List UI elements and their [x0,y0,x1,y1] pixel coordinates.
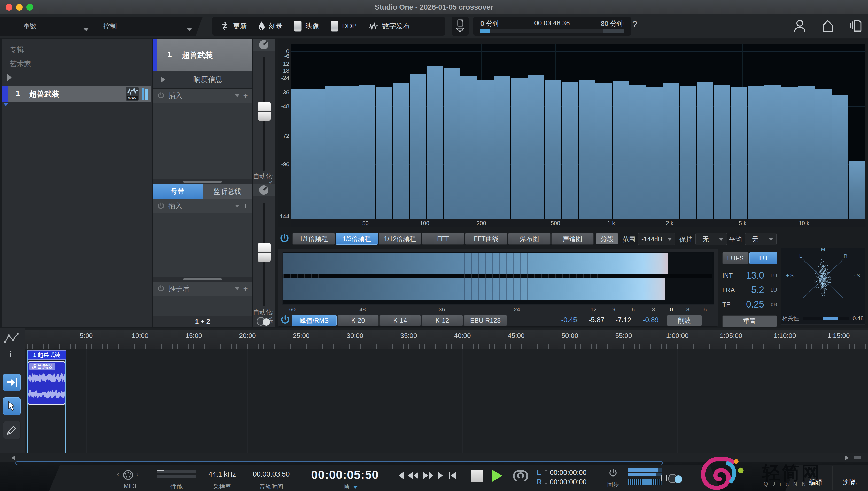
track-time-label: 音轨时间 [245,483,297,491]
fast-forward-button[interactable] [423,471,434,480]
sync-label[interactable]: 同步 [604,481,622,489]
meter-mode-button[interactable]: K-20 [337,315,379,326]
info-tool-icon[interactable]: i [9,349,11,359]
track-list-row[interactable]: 1 超兽武装 WAV [2,86,151,102]
channel-link-toggle[interactable] [257,317,270,327]
lufs-button[interactable]: LUFS [722,252,749,264]
panel-resize-handle[interactable] [153,179,252,184]
average-dropdown[interactable]: 无 [745,233,777,245]
next-marker-button[interactable] [438,471,444,480]
panel-resize-handle[interactable] [153,277,252,282]
pan-knob-icon[interactable] [258,184,269,195]
track-expand-icon[interactable] [3,103,8,106]
range-dropdown[interactable]: -144dB [638,233,675,245]
meter-mode-button[interactable]: 峰值/RMS [292,315,337,326]
timeline-label: 35:00 [400,332,417,340]
channel-header[interactable]: 1 超兽武装 [153,39,252,71]
tab-listen-bus[interactable]: 监听总线 [203,184,252,199]
album-label[interactable]: 专辑 [9,45,24,55]
browse-page-button[interactable]: 浏览 [837,478,863,487]
volume-fader-handle[interactable] [258,102,271,121]
main-time-display[interactable]: 00:00:05:50 [297,468,393,482]
rewind-button[interactable] [408,471,419,480]
dropdown-icon[interactable] [235,287,239,290]
loop-button[interactable] [512,469,529,483]
ddp-button[interactable]: DDP [331,17,357,36]
power-icon[interactable] [157,285,165,292]
reset-button[interactable]: 重置 [722,315,777,327]
segment-button[interactable]: 分段 [596,233,619,244]
loudness-info-row[interactable]: 响度信息 [153,71,252,89]
add-insert-icon[interactable]: + [243,284,248,294]
post-fader-header[interactable]: 推子后 + [153,282,252,296]
meter-mode-button[interactable]: K-12 [422,315,463,326]
pencil-tool-button[interactable] [3,421,21,439]
image-button[interactable]: 映像 [294,17,319,36]
spectrum-mode-button[interactable]: 声谱图 [551,233,594,245]
spectrum-mode-button[interactable]: 瀑布图 [508,233,550,245]
stat-unit: LU [764,287,777,293]
parameters-dropdown[interactable]: 参数 [23,17,89,36]
inserts-section-header[interactable]: 插入 + [153,89,252,103]
control-dropdown[interactable]: 控制 [103,17,192,36]
arrange-grid-line [140,349,140,453]
burn-button[interactable]: 刻录 [258,17,282,36]
burn-settings-button[interactable] [452,17,469,36]
automation-curve-icon[interactable] [4,332,19,344]
spectrum-plot[interactable] [291,44,865,219]
edit-page-button[interactable]: 编辑 [803,478,829,487]
pointer-tool-button[interactable] [3,398,21,415]
main-toolbar: 参数 控制 更新 刻录 映像 DDP 数字发布 [0,15,868,38]
tab-master[interactable]: 母带 [153,184,203,199]
clip-button[interactable]: 削波 [667,315,702,326]
prev-marker-button[interactable] [398,471,404,480]
meter-mode-button[interactable]: EBU R128 [464,315,507,326]
play-button[interactable] [491,469,503,482]
tab-master-label: 母带 [171,187,185,196]
spectrum-mode-button[interactable]: 1/12倍频程 [379,233,421,245]
spectrum-power-icon[interactable] [279,234,289,243]
dropdown-icon[interactable] [235,94,239,97]
meter-mode-button[interactable]: K-14 [380,315,421,326]
sync-power-icon[interactable] [609,469,618,478]
add-insert-icon[interactable]: + [243,91,248,100]
update-button[interactable]: 更新 [220,17,247,36]
loop-start-time[interactable]: 00:00:00:00 [550,469,587,477]
time-format-label[interactable]: 帧 [343,483,358,491]
pencil-icon [7,425,17,435]
help-button[interactable]: ? [632,19,637,29]
power-icon[interactable] [157,92,165,99]
dropdown-icon[interactable] [235,205,239,207]
spectrum-mode-button[interactable]: FFT曲线 [465,233,507,245]
timeline-ruler[interactable]: 5:0010:0015:0020:0025:0030:0035:0040:004… [25,330,868,349]
trim-tool-button[interactable] [3,374,21,391]
performance-label[interactable]: 性能 [157,483,196,491]
power-icon[interactable] [157,202,165,210]
mono-toggle[interactable] [668,474,682,484]
spectrum-mode-button[interactable]: FFT [422,233,464,245]
lu-button[interactable]: LU [749,252,777,264]
return-to-start-button[interactable] [448,471,456,480]
track-marker-chip[interactable]: 1 超兽武装 [28,350,66,360]
home-icon[interactable] [821,18,834,34]
spectrum-mode-button[interactable]: 1/1倍频程 [293,233,335,245]
digital-release-button[interactable]: 数字发布 [368,17,410,36]
user-icon[interactable] [793,18,807,34]
output-meter-mid [628,473,662,476]
audio-clip[interactable]: 超兽武装 [28,361,65,405]
hold-dropdown[interactable]: 无 [695,233,727,245]
add-insert-icon[interactable]: + [243,201,248,211]
spectrum-mode-button[interactable]: 1/3倍频程 [336,233,378,245]
master-inserts-header[interactable]: 插入 + [153,199,252,213]
master-fader-handle[interactable] [258,243,271,262]
stop-button[interactable] [471,470,483,482]
expand-arrow-icon[interactable] [7,74,11,81]
loop-end-time[interactable]: 00:00:00:00 [550,478,587,486]
meter-power-icon[interactable] [280,315,290,325]
arrange-scroll-indicator[interactable] [16,461,663,465]
artist-label[interactable]: 艺术家 [9,59,31,69]
pan-knob-icon[interactable] [258,39,269,50]
scroll-left-arrow[interactable] [11,456,15,460]
track-lane[interactable]: 1 超兽武装 超兽武装 [25,349,868,453]
pages-icon[interactable] [849,18,862,34]
